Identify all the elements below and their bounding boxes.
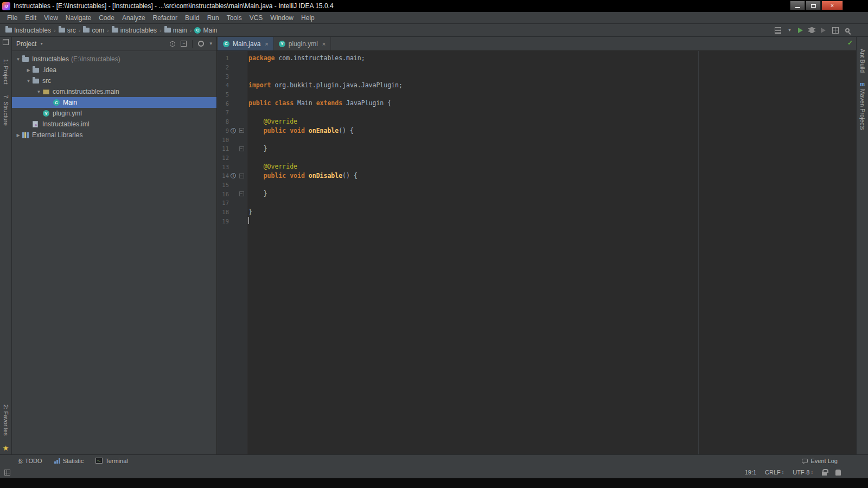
collapse-all-icon[interactable]: −: [181, 41, 187, 47]
override-method-icon[interactable]: ↑: [231, 128, 236, 133]
close-button[interactable]: ×: [821, 1, 843, 10]
menu-item-tools[interactable]: Tools: [223, 13, 246, 23]
breadcrumb-item-instructables[interactable]: instructables: [112, 27, 157, 34]
override-method-icon[interactable]: ↑: [231, 173, 236, 178]
search-icon[interactable]: [845, 28, 850, 33]
run-configuration-icon[interactable]: [775, 27, 781, 34]
toolwindow-access-icon[interactable]: [4, 470, 10, 476]
coverage-button[interactable]: [821, 28, 826, 33]
menu-item-build[interactable]: Build: [181, 13, 203, 23]
project-tool-window: Project ▼ − ▾ ▼Instructables (E:\Instruc…: [12, 37, 217, 454]
status-widgets: 19:1 CRLF ↕ UTF-8 ↕: [745, 469, 841, 476]
chevron-right-icon[interactable]: ▶: [24, 68, 33, 73]
line-separator-widget[interactable]: CRLF ↕: [765, 469, 784, 476]
toolwindow-button-6-todo[interactable]: 6: TODO: [18, 458, 42, 464]
close-tab-icon[interactable]: ×: [265, 41, 268, 47]
tool-stripe-maven-projects[interactable]: Maven Projects: [859, 89, 866, 130]
menu-item-navigate[interactable]: Navigate: [62, 13, 95, 23]
tree-item-idea[interactable]: ▶.idea: [12, 65, 216, 75]
tree-item-plugin-yml[interactable]: Yplugin.yml: [12, 108, 216, 119]
breadcrumb-item-main[interactable]: main: [164, 27, 187, 34]
fold-start-icon[interactable]: −: [239, 174, 244, 178]
tree-icon-slot: [33, 121, 42, 127]
tree-item-label: com.instructables.main: [53, 88, 119, 95]
line-number: 3: [217, 73, 229, 80]
menu-item-help[interactable]: Help: [297, 13, 318, 23]
tree-item-instructables[interactable]: ▼Instructables (E:\Instructables): [12, 54, 216, 65]
tool-stripe-ant-build[interactable]: Ant Build: [859, 49, 866, 73]
chevron-down-icon[interactable]: ▼: [14, 57, 22, 62]
tree-item-main[interactable]: CMain: [12, 97, 216, 108]
code-line-12: [248, 153, 856, 163]
lock-icon[interactable]: [822, 472, 827, 476]
fold-marker-slot: −: [238, 128, 245, 133]
menu-bar: FileEditViewNavigateCodeAnalyzeRefactorB…: [0, 12, 868, 24]
minimize-button[interactable]: [790, 1, 805, 10]
menu-item-edit[interactable]: Edit: [21, 13, 40, 23]
tool-stripe-favorites[interactable]: 2: Favorites: [3, 404, 9, 435]
tree-item-instructables-iml[interactable]: Instructables.iml: [12, 119, 216, 130]
widget-event-log[interactable]: Event Log: [802, 458, 838, 464]
menu-item-run[interactable]: Run: [203, 13, 223, 23]
project-panel-title[interactable]: Project: [16, 40, 36, 48]
gear-icon[interactable]: [198, 41, 204, 47]
code-line-14: public void onDisable() {: [248, 171, 856, 181]
tab-plugin-yml[interactable]: Yplugin.yml×: [274, 37, 331, 50]
breadcrumb-item-com[interactable]: com: [83, 27, 104, 34]
line-number: 10: [217, 137, 229, 143]
project-view-dropdown-icon[interactable]: ▼: [40, 42, 43, 46]
tree-item-com-instructables-main[interactable]: ▼com.instructables.main: [12, 86, 216, 97]
breadcrumb-item-instructables[interactable]: Instructables: [5, 27, 51, 34]
tree-item-src[interactable]: ▼src: [12, 75, 216, 86]
run-button[interactable]: [798, 28, 803, 33]
gutter-line: 8: [217, 117, 247, 126]
line-number: 18: [217, 209, 229, 215]
menu-item-window[interactable]: Window: [266, 13, 297, 23]
tool-stripe-project[interactable]: 1: Project: [3, 59, 9, 84]
chevron-right-icon[interactable]: ▶: [14, 133, 22, 138]
gutter-line: 4: [217, 81, 247, 90]
code-editor[interactable]: package com.instructables.main;import or…: [247, 51, 856, 454]
chevron-down-icon[interactable]: ▼: [24, 79, 33, 84]
chevron-down-icon[interactable]: ▼: [35, 89, 43, 94]
menu-item-analyze[interactable]: Analyze: [118, 13, 149, 23]
code-token: @Override: [248, 118, 297, 125]
debug-button[interactable]: [809, 27, 814, 33]
code-line-2: [248, 63, 856, 72]
menu-item-file[interactable]: File: [3, 13, 21, 23]
fold-end-icon[interactable]: −: [239, 191, 244, 196]
toolwindow-button-statistic[interactable]: Statistic: [54, 458, 84, 464]
breadcrumb-item-main[interactable]: CMain: [194, 27, 217, 34]
tab-main-java[interactable]: CMain.java×: [218, 37, 274, 50]
tree-item-external-libraries[interactable]: ▶External Libraries: [12, 130, 216, 140]
line-number: 7: [217, 109, 229, 115]
inspection-status-icon[interactable]: ✓: [847, 39, 853, 47]
tool-windows-icon[interactable]: [832, 27, 839, 34]
menu-item-code[interactable]: Code: [95, 13, 118, 23]
editor-body[interactable]: 123456789↑−1011−121314↑−1516−171819 pack…: [217, 51, 856, 454]
fold-start-icon[interactable]: −: [239, 128, 244, 133]
window-controls: ×: [790, 1, 843, 10]
line-number: 14: [217, 172, 229, 179]
menu-item-view[interactable]: View: [40, 13, 62, 23]
titlebar: IJ Instructables - [E:\\Instructables] -…: [0, 0, 868, 12]
breadcrumb-label: Main: [203, 27, 217, 34]
toolwindow-button-terminal[interactable]: >_Terminal: [95, 458, 128, 464]
menu-item-vcs[interactable]: VCS: [246, 13, 267, 23]
tree-icon-slot: [33, 79, 42, 84]
hide-panel-icon[interactable]: ▾: [209, 41, 212, 46]
tool-stripe-structure[interactable]: 7: Structure: [3, 95, 9, 126]
breadcrumb-item-src[interactable]: src: [59, 27, 76, 34]
encoding-widget[interactable]: UTF-8 ↕: [793, 469, 813, 476]
menu-item-refactor[interactable]: Refactor: [149, 13, 181, 23]
inspections-profile-icon[interactable]: [835, 470, 841, 476]
code-token: extends: [316, 99, 342, 107]
caret-position-widget[interactable]: 19:1: [745, 469, 756, 476]
project-toolwindow-icon[interactable]: [3, 39, 9, 45]
favorites-star-icon[interactable]: ★: [3, 444, 9, 452]
scroll-from-source-icon[interactable]: [170, 41, 175, 47]
maximize-button[interactable]: [806, 1, 821, 10]
run-configuration-dropdown-icon[interactable]: ▼: [788, 28, 792, 32]
close-tab-icon[interactable]: ×: [322, 41, 326, 47]
fold-end-icon[interactable]: −: [239, 146, 244, 151]
